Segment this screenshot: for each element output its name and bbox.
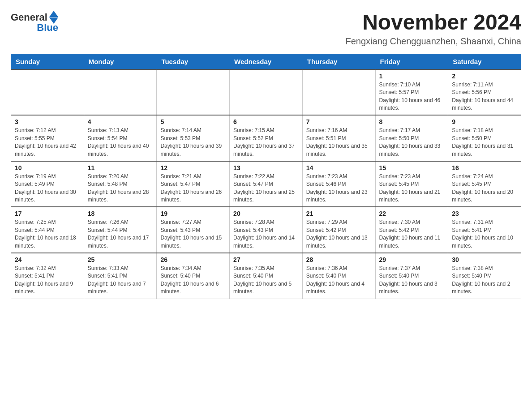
calendar-cell: 17Sunrise: 7:25 AMSunset: 5:44 PMDayligh… — [11, 207, 84, 253]
day-info: Sunrise: 7:14 AMSunset: 5:53 PMDaylight:… — [160, 127, 226, 158]
day-info: Sunrise: 7:26 AMSunset: 5:44 PMDaylight:… — [88, 218, 153, 250]
day-number: 30 — [452, 256, 517, 263]
calendar-cell: 15Sunrise: 7:23 AMSunset: 5:45 PMDayligh… — [375, 161, 448, 207]
day-number: 9 — [452, 118, 517, 125]
calendar-cell: 14Sunrise: 7:23 AMSunset: 5:46 PMDayligh… — [302, 161, 375, 207]
calendar-header-monday: Monday — [84, 54, 157, 69]
day-info: Sunrise: 7:17 AMSunset: 5:50 PMDaylight:… — [379, 127, 445, 158]
day-info: Sunrise: 7:23 AMSunset: 5:46 PMDaylight:… — [306, 173, 372, 204]
calendar-cell: 20Sunrise: 7:28 AMSunset: 5:43 PMDayligh… — [230, 207, 303, 253]
day-number: 18 — [88, 210, 153, 217]
day-info: Sunrise: 7:22 AMSunset: 5:47 PMDaylight:… — [233, 173, 299, 204]
calendar-cell — [230, 69, 303, 116]
calendar-cell: 19Sunrise: 7:27 AMSunset: 5:43 PMDayligh… — [157, 207, 230, 253]
day-info: Sunrise: 7:25 AMSunset: 5:44 PMDaylight:… — [15, 218, 80, 250]
calendar-cell: 8Sunrise: 7:17 AMSunset: 5:50 PMDaylight… — [375, 115, 448, 161]
calendar-cell: 1Sunrise: 7:10 AMSunset: 5:57 PMDaylight… — [375, 69, 448, 116]
week-row-4: 17Sunrise: 7:25 AMSunset: 5:44 PMDayligh… — [11, 207, 521, 253]
day-number: 28 — [306, 256, 372, 263]
day-number: 26 — [160, 256, 226, 263]
day-info: Sunrise: 7:35 AMSunset: 5:40 PMDaylight:… — [233, 265, 299, 296]
day-info: Sunrise: 7:11 AMSunset: 5:56 PMDaylight:… — [452, 81, 517, 112]
day-number: 24 — [15, 256, 80, 263]
calendar-cell: 2Sunrise: 7:11 AMSunset: 5:56 PMDaylight… — [448, 69, 521, 116]
calendar-cell: 6Sunrise: 7:15 AMSunset: 5:52 PMDaylight… — [230, 115, 303, 161]
day-info: Sunrise: 7:18 AMSunset: 5:50 PMDaylight:… — [452, 127, 517, 158]
day-info: Sunrise: 7:24 AMSunset: 5:45 PMDaylight:… — [452, 173, 517, 204]
calendar-cell: 24Sunrise: 7:32 AMSunset: 5:41 PMDayligh… — [11, 253, 84, 299]
day-number: 14 — [306, 164, 372, 171]
day-number: 11 — [88, 164, 153, 171]
calendar-cell: 26Sunrise: 7:34 AMSunset: 5:40 PMDayligh… — [157, 253, 230, 299]
day-number: 13 — [233, 164, 299, 171]
calendar-cell: 4Sunrise: 7:13 AMSunset: 5:54 PMDaylight… — [84, 115, 157, 161]
day-number: 25 — [88, 256, 153, 263]
day-info: Sunrise: 7:32 AMSunset: 5:41 PMDaylight:… — [15, 265, 80, 296]
calendar-header-sunday: Sunday — [11, 54, 84, 69]
calendar-cell: 12Sunrise: 7:21 AMSunset: 5:47 PMDayligh… — [157, 161, 230, 207]
calendar-header-row: SundayMondayTuesdayWednesdayThursdayFrid… — [11, 54, 521, 69]
day-number: 6 — [233, 118, 299, 125]
day-info: Sunrise: 7:27 AMSunset: 5:43 PMDaylight:… — [160, 218, 226, 250]
day-number: 15 — [379, 164, 445, 171]
calendar-cell — [84, 69, 157, 116]
day-info: Sunrise: 7:19 AMSunset: 5:49 PMDaylight:… — [15, 173, 80, 204]
day-info: Sunrise: 7:23 AMSunset: 5:45 PMDaylight:… — [379, 173, 445, 204]
calendar-cell: 30Sunrise: 7:38 AMSunset: 5:40 PMDayligh… — [448, 253, 521, 299]
calendar-cell: 10Sunrise: 7:19 AMSunset: 5:49 PMDayligh… — [11, 161, 84, 207]
day-info: Sunrise: 7:33 AMSunset: 5:41 PMDaylight:… — [88, 265, 153, 296]
day-number: 2 — [452, 73, 517, 80]
day-number: 23 — [452, 210, 517, 217]
day-number: 4 — [88, 118, 153, 125]
day-number: 12 — [160, 164, 226, 171]
day-number: 5 — [160, 118, 226, 125]
day-number: 3 — [15, 118, 80, 125]
day-info: Sunrise: 7:37 AMSunset: 5:40 PMDaylight:… — [379, 265, 445, 296]
calendar-header-saturday: Saturday — [448, 54, 521, 69]
day-info: Sunrise: 7:15 AMSunset: 5:52 PMDaylight:… — [233, 127, 299, 158]
calendar-cell: 27Sunrise: 7:35 AMSunset: 5:40 PMDayligh… — [230, 253, 303, 299]
week-row-5: 24Sunrise: 7:32 AMSunset: 5:41 PMDayligh… — [11, 253, 521, 299]
day-number: 1 — [379, 73, 445, 80]
day-info: Sunrise: 7:36 AMSunset: 5:40 PMDaylight:… — [306, 265, 372, 296]
week-row-3: 10Sunrise: 7:19 AMSunset: 5:49 PMDayligh… — [11, 161, 521, 207]
logo-blue-text: Blue — [37, 22, 58, 34]
calendar-cell: 25Sunrise: 7:33 AMSunset: 5:41 PMDayligh… — [84, 253, 157, 299]
day-number: 21 — [306, 210, 372, 217]
calendar-header-friday: Friday — [375, 54, 448, 69]
day-info: Sunrise: 7:30 AMSunset: 5:42 PMDaylight:… — [379, 218, 445, 250]
calendar-cell — [11, 69, 84, 116]
calendar-cell: 3Sunrise: 7:12 AMSunset: 5:55 PMDaylight… — [11, 115, 84, 161]
day-number: 29 — [379, 256, 445, 263]
day-info: Sunrise: 7:21 AMSunset: 5:47 PMDaylight:… — [160, 173, 226, 204]
page-header: General Blue November 2024 Fengxiang Che… — [11, 11, 521, 47]
calendar-cell — [157, 69, 230, 116]
calendar-cell: 23Sunrise: 7:31 AMSunset: 5:41 PMDayligh… — [448, 207, 521, 253]
calendar-cell: 29Sunrise: 7:37 AMSunset: 5:40 PMDayligh… — [375, 253, 448, 299]
calendar-cell: 5Sunrise: 7:14 AMSunset: 5:53 PMDaylight… — [157, 115, 230, 161]
logo: General Blue — [11, 11, 58, 34]
day-info: Sunrise: 7:16 AMSunset: 5:51 PMDaylight:… — [306, 127, 372, 158]
calendar-cell: 13Sunrise: 7:22 AMSunset: 5:47 PMDayligh… — [230, 161, 303, 207]
calendar-cell: 18Sunrise: 7:26 AMSunset: 5:44 PMDayligh… — [84, 207, 157, 253]
day-number: 27 — [233, 256, 299, 263]
day-number: 16 — [452, 164, 517, 171]
location-subtitle: Fengxiang Chengguanzhen, Shaanxi, China — [345, 36, 521, 47]
day-info: Sunrise: 7:20 AMSunset: 5:48 PMDaylight:… — [88, 173, 153, 204]
main-title: November 2024 — [345, 11, 521, 34]
day-number: 10 — [15, 164, 80, 171]
day-info: Sunrise: 7:10 AMSunset: 5:57 PMDaylight:… — [379, 81, 445, 112]
day-info: Sunrise: 7:13 AMSunset: 5:54 PMDaylight:… — [88, 127, 153, 158]
calendar-header-tuesday: Tuesday — [157, 54, 230, 69]
week-row-1: 1Sunrise: 7:10 AMSunset: 5:57 PMDaylight… — [11, 69, 521, 116]
day-info: Sunrise: 7:31 AMSunset: 5:41 PMDaylight:… — [452, 218, 517, 250]
calendar-header-wednesday: Wednesday — [230, 54, 303, 69]
day-number: 7 — [306, 118, 372, 125]
calendar-cell: 28Sunrise: 7:36 AMSunset: 5:40 PMDayligh… — [302, 253, 375, 299]
title-block: November 2024 Fengxiang Chengguanzhen, S… — [345, 11, 521, 47]
calendar-cell: 16Sunrise: 7:24 AMSunset: 5:45 PMDayligh… — [448, 161, 521, 207]
day-info: Sunrise: 7:28 AMSunset: 5:43 PMDaylight:… — [233, 218, 299, 250]
day-number: 22 — [379, 210, 445, 217]
day-info: Sunrise: 7:29 AMSunset: 5:42 PMDaylight:… — [306, 218, 372, 250]
calendar-header-thursday: Thursday — [302, 54, 375, 69]
